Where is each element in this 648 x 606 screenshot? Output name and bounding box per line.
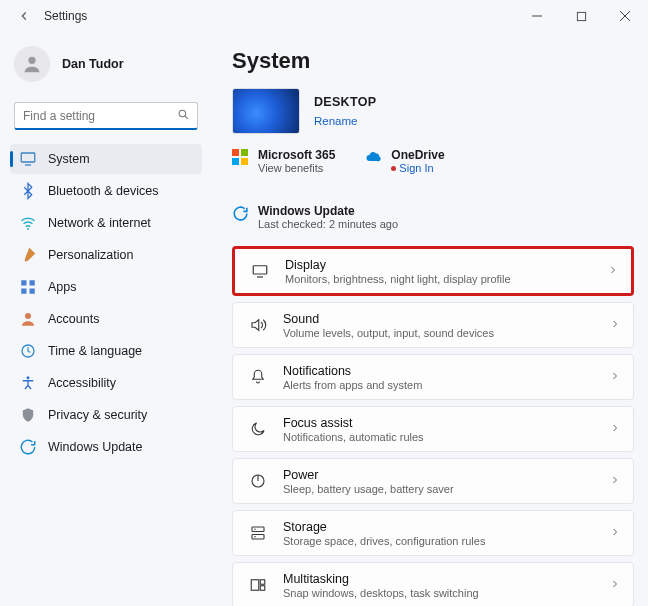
card-power[interactable]: PowerSleep, battery usage, battery saver xyxy=(232,458,634,504)
sidebar-item-label: Apps xyxy=(48,280,77,294)
accessibility-icon xyxy=(18,373,38,393)
svg-point-9 xyxy=(27,228,29,230)
sidebar-item-label: Windows Update xyxy=(48,440,143,454)
search-input[interactable] xyxy=(14,102,198,130)
svg-rect-1 xyxy=(577,12,585,20)
account-icon xyxy=(18,309,38,329)
back-button[interactable] xyxy=(14,6,34,26)
tile-microsoft365[interactable]: Microsoft 365 View benefits xyxy=(232,148,335,174)
card-notifications[interactable]: NotificationsAlerts from apps and system xyxy=(232,354,634,400)
svg-point-16 xyxy=(27,376,30,379)
display-icon xyxy=(247,258,273,284)
sidebar-item-personalization[interactable]: Personalization xyxy=(10,240,202,270)
tile-sub: View benefits xyxy=(258,162,335,174)
sidebar-item-label: Time & language xyxy=(48,344,142,358)
pc-info-row: DESKTOP Rename xyxy=(232,88,634,134)
sidebar-item-label: Personalization xyxy=(48,248,133,262)
card-multitasking[interactable]: MultitaskingSnap windows, desktops, task… xyxy=(232,562,634,606)
sidebar-item-bluetooth-devices[interactable]: Bluetooth & devices xyxy=(10,176,202,206)
tile-title: Microsoft 365 xyxy=(258,148,335,162)
svg-rect-26 xyxy=(260,580,265,585)
card-sound[interactable]: SoundVolume levels, output, input, sound… xyxy=(232,302,634,348)
card-subtitle: Storage space, drives, configuration rul… xyxy=(283,535,609,547)
svg-point-4 xyxy=(28,57,35,64)
bell-icon xyxy=(245,364,271,390)
card-subtitle: Sleep, battery usage, battery saver xyxy=(283,483,609,495)
avatar xyxy=(14,46,50,82)
svg-rect-7 xyxy=(21,153,35,162)
svg-rect-11 xyxy=(30,280,35,285)
brush-icon xyxy=(18,245,38,265)
svg-rect-13 xyxy=(30,289,35,294)
sidebar-item-network-internet[interactable]: Network & internet xyxy=(10,208,202,238)
tile-sub: Sign In xyxy=(391,162,444,174)
storage-icon xyxy=(245,520,271,546)
sidebar-item-label: Accounts xyxy=(48,312,99,326)
chevron-right-icon xyxy=(609,578,621,593)
rename-link[interactable]: Rename xyxy=(314,115,376,127)
svg-point-24 xyxy=(254,536,256,538)
update-icon xyxy=(18,437,38,457)
sound-icon xyxy=(245,312,271,338)
card-title: Notifications xyxy=(283,364,609,378)
tile-title: Windows Update xyxy=(258,204,398,218)
search-icon xyxy=(177,108,190,124)
window-title: Settings xyxy=(44,9,87,23)
sidebar-item-label: System xyxy=(48,152,90,166)
multi-icon xyxy=(245,572,271,598)
card-title: Focus assist xyxy=(283,416,609,430)
bluetooth-icon xyxy=(18,181,38,201)
wifi-icon xyxy=(18,213,38,233)
tile-onedrive[interactable]: OneDrive Sign In xyxy=(365,148,444,174)
search-container xyxy=(14,102,198,130)
svg-rect-17 xyxy=(253,266,267,274)
card-focus-assist[interactable]: Focus assistNotifications, automatic rul… xyxy=(232,406,634,452)
card-subtitle: Volume levels, output, input, sound devi… xyxy=(283,327,609,339)
card-title: Sound xyxy=(283,312,609,326)
sidebar-item-label: Network & internet xyxy=(48,216,151,230)
svg-point-14 xyxy=(25,313,31,319)
maximize-button[interactable] xyxy=(568,3,594,29)
settings-cards: DisplayMonitors, brightness, night light… xyxy=(232,246,634,606)
svg-rect-12 xyxy=(21,289,26,294)
onedrive-icon xyxy=(365,149,383,167)
sidebar-item-accessibility[interactable]: Accessibility xyxy=(10,368,202,398)
sidebar-item-system[interactable]: System xyxy=(10,144,202,174)
sidebar-item-privacy-security[interactable]: Privacy & security xyxy=(10,400,202,430)
shield-icon xyxy=(18,405,38,425)
card-display[interactable]: DisplayMonitors, brightness, night light… xyxy=(232,246,634,296)
power-icon xyxy=(245,468,271,494)
svg-rect-25 xyxy=(251,580,259,591)
card-title: Power xyxy=(283,468,609,482)
card-title: Multitasking xyxy=(283,572,609,586)
update-icon xyxy=(232,205,250,223)
card-subtitle: Alerts from apps and system xyxy=(283,379,609,391)
page-title: System xyxy=(232,48,634,74)
card-subtitle: Snap windows, desktops, task switching xyxy=(283,587,609,599)
tile-windows-update[interactable]: Windows Update Last checked: 2 minutes a… xyxy=(232,204,398,230)
svg-rect-27 xyxy=(260,586,265,591)
sidebar-item-accounts[interactable]: Accounts xyxy=(10,304,202,334)
profile-section[interactable]: Dan Tudor xyxy=(10,40,202,98)
minimize-button[interactable] xyxy=(524,3,550,29)
close-button[interactable] xyxy=(612,3,638,29)
profile-name: Dan Tudor xyxy=(62,57,124,71)
tile-sub: Last checked: 2 minutes ago xyxy=(258,218,398,230)
svg-point-23 xyxy=(254,529,256,531)
chevron-right-icon xyxy=(607,264,619,279)
svg-rect-22 xyxy=(252,535,264,540)
chevron-right-icon xyxy=(609,370,621,385)
svg-line-6 xyxy=(185,116,188,119)
sidebar-item-time-language[interactable]: Time & language xyxy=(10,336,202,366)
sidebar-item-label: Accessibility xyxy=(48,376,116,390)
clock-icon xyxy=(18,341,38,361)
sidebar-item-label: Privacy & security xyxy=(48,408,147,422)
chevron-right-icon xyxy=(609,318,621,333)
sidebar-item-label: Bluetooth & devices xyxy=(48,184,159,198)
sidebar-item-apps[interactable]: Apps xyxy=(10,272,202,302)
chevron-right-icon xyxy=(609,422,621,437)
apps-icon xyxy=(18,277,38,297)
card-storage[interactable]: StorageStorage space, drives, configurat… xyxy=(232,510,634,556)
sidebar-item-windows-update[interactable]: Windows Update xyxy=(10,432,202,462)
card-subtitle: Monitors, brightness, night light, displ… xyxy=(285,273,607,285)
